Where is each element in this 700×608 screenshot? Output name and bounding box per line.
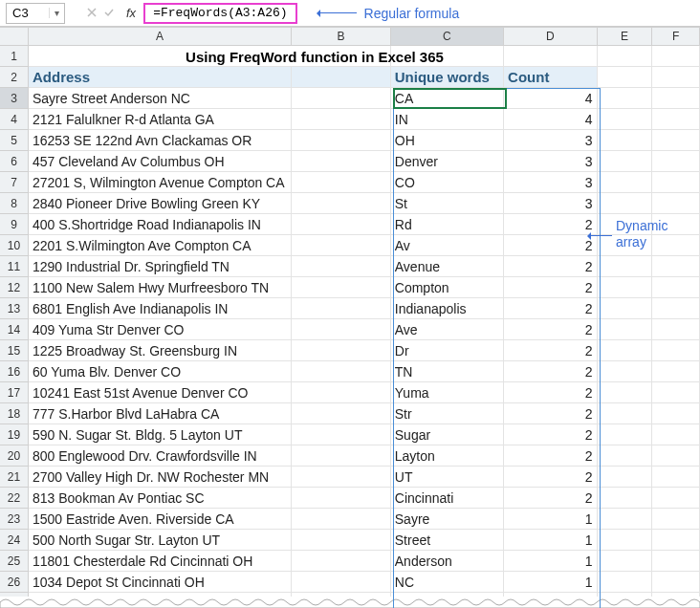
cell[interactable]	[598, 530, 653, 551]
cell[interactable]	[292, 256, 390, 277]
cell-address[interactable]: 2840 Pioneer Drive Bowling Green KY	[29, 193, 292, 214]
cell-word[interactable]: St	[391, 193, 504, 214]
cell-address[interactable]: 1225 Broadway St. Greensburg IN	[29, 340, 292, 361]
cell-count[interactable]: 2	[504, 488, 597, 509]
col-header-D[interactable]: D	[504, 28, 597, 45]
cell[interactable]	[652, 403, 700, 424]
cell-word[interactable]: Av	[391, 235, 504, 256]
col-header-A[interactable]: A	[29, 28, 292, 45]
cell-address[interactable]: 16253 SE 122nd Avn Clackamas OR	[29, 130, 292, 151]
cell-address[interactable]: 590 N. Sugar St. Bldg. 5 Layton UT	[29, 424, 292, 445]
cell-address[interactable]: Sayre Street Anderson NC	[29, 88, 292, 109]
cell-address[interactable]: 2700 Valley High Dr. NW Rochester MN	[29, 467, 292, 488]
cell-word[interactable]: UT	[391, 467, 504, 488]
cell-address[interactable]: 1290 Industrial Dr. Springfield TN	[29, 256, 292, 277]
cell[interactable]	[652, 256, 700, 277]
cell-count[interactable]: 2	[504, 467, 597, 488]
cell-count[interactable]: 1	[504, 572, 597, 593]
cell-address[interactable]: 457 Cleveland Av Columbus OH	[29, 151, 292, 172]
cell-count[interactable]: 1	[504, 551, 597, 572]
cell[interactable]	[598, 67, 653, 88]
cell-word[interactable]: Street	[391, 530, 504, 551]
cancel-icon[interactable]	[86, 6, 98, 21]
cell-count[interactable]: 2	[504, 361, 597, 382]
cell-address[interactable]: 400 S.Shortridge Road Indianapolis IN	[29, 214, 292, 235]
row-header[interactable]: 9	[0, 214, 29, 235]
cell[interactable]	[292, 403, 390, 424]
cell[interactable]	[598, 193, 653, 214]
cell[interactable]	[652, 130, 700, 151]
cell[interactable]	[598, 109, 653, 130]
cell-word[interactable]: Sayre	[391, 509, 504, 530]
cell-address[interactable]: 409 Yuma Str Denver CO	[29, 319, 292, 340]
row-header[interactable]: 16	[0, 361, 29, 382]
row-header[interactable]: 23	[0, 509, 29, 530]
col-header-E[interactable]: E	[598, 28, 653, 45]
cell[interactable]	[598, 256, 653, 277]
row-header[interactable]: 7	[0, 172, 29, 193]
cell-word[interactable]: NC	[391, 572, 504, 593]
cell-word[interactable]: Indianapolis	[391, 298, 504, 319]
header-unique-words[interactable]: Unique words	[391, 67, 504, 88]
cell[interactable]	[598, 46, 653, 67]
cell-address[interactable]: 1500 Eastride Aven. Riverside CA	[29, 509, 292, 530]
cell[interactable]	[391, 46, 504, 67]
header-address[interactable]: Address	[29, 67, 292, 88]
row-header[interactable]: 10	[0, 235, 29, 256]
cell-address[interactable]: 1034 Depot St Cincinnati OH	[29, 572, 292, 593]
cell[interactable]	[598, 130, 653, 151]
cell[interactable]	[652, 424, 700, 445]
cell-count[interactable]: 2	[504, 424, 597, 445]
cell-address[interactable]: 2201 S.Wilmington Ave Compton CA	[29, 235, 292, 256]
row-header[interactable]: 25	[0, 551, 29, 572]
cell[interactable]	[598, 467, 653, 488]
cell[interactable]	[292, 193, 390, 214]
cell[interactable]	[292, 88, 390, 109]
cell[interactable]	[652, 67, 700, 88]
cell[interactable]	[598, 88, 653, 109]
cell[interactable]	[292, 382, 390, 403]
cell[interactable]	[652, 88, 700, 109]
cell-word[interactable]: CO	[391, 172, 504, 193]
cell-address[interactable]: 800 Englewood Drv. Crawfordsville IN	[29, 445, 292, 467]
col-header-C[interactable]: C	[391, 28, 504, 45]
cell[interactable]	[652, 530, 700, 551]
cell-count[interactable]: 4	[504, 109, 597, 130]
cell[interactable]	[598, 551, 653, 572]
cell[interactable]	[292, 467, 390, 488]
cell-word[interactable]: Str	[391, 403, 504, 424]
cell[interactable]	[598, 361, 653, 382]
cell[interactable]	[652, 340, 700, 361]
row-header[interactable]: 22	[0, 488, 29, 509]
cell[interactable]	[652, 151, 700, 172]
cell-word[interactable]: Anderson	[391, 551, 504, 572]
cell[interactable]	[292, 445, 390, 467]
cell[interactable]	[598, 488, 653, 509]
formula-input[interactable]: =FreqWords(A3:A26)	[143, 3, 296, 24]
cell[interactable]	[598, 340, 653, 361]
row-header[interactable]: 4	[0, 109, 29, 130]
cell-count[interactable]: 2	[504, 298, 597, 319]
cell-count[interactable]: 2	[504, 256, 597, 277]
cell-count[interactable]: 1	[504, 530, 597, 551]
row-header[interactable]: 11	[0, 256, 29, 277]
cell[interactable]	[292, 172, 390, 193]
cell-address[interactable]: 500 North Sugar Str. Layton UT	[29, 530, 292, 551]
cell[interactable]	[598, 277, 653, 298]
cell[interactable]	[292, 340, 390, 361]
row-header[interactable]: 24	[0, 530, 29, 551]
cell[interactable]	[598, 572, 653, 593]
col-header-B[interactable]: B	[292, 28, 390, 45]
cell[interactable]	[504, 46, 597, 67]
spreadsheet-grid[interactable]: A B C D E F 1234567891011121314151617181…	[0, 27, 700, 608]
cell[interactable]	[598, 509, 653, 530]
row-header[interactable]: 26	[0, 572, 29, 593]
cell[interactable]	[292, 509, 390, 530]
cell[interactable]	[292, 530, 390, 551]
row-header[interactable]: 5	[0, 130, 29, 151]
name-box[interactable]: C3 ▾	[6, 3, 65, 24]
cell-word[interactable]: CA	[391, 88, 504, 109]
row-header[interactable]: 18	[0, 403, 29, 424]
row-header[interactable]: 21	[0, 467, 29, 488]
cell[interactable]	[652, 509, 700, 530]
